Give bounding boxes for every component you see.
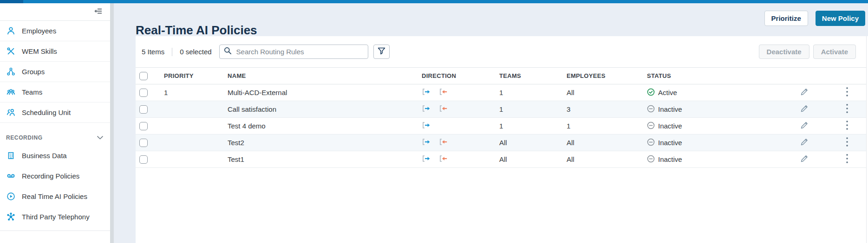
policies-card: 5 Items 0 selected Deactivate Activate P [136,36,866,243]
sidebar-item-label: Groups [22,68,45,76]
status-label: Inactive [658,155,682,163]
column-header-teams: TEAMS [499,72,567,79]
edit-policy-button[interactable] [781,87,828,98]
activate-button[interactable]: Activate [813,45,856,59]
edit-policy-button[interactable] [781,104,828,115]
pencil-icon [800,121,809,131]
main-scrollbar-track[interactable] [866,36,868,243]
row-menu-button[interactable] [828,120,866,132]
search-box[interactable] [219,45,368,59]
sidebar-item-third-party-telephony[interactable]: Third Party Telephony [0,206,110,227]
table-header-row: PRIORITY NAME DIRECTION TEAMS EMPLOYEES … [136,67,866,84]
status-cell: Inactive [647,155,781,164]
row-menu-button[interactable] [828,153,866,165]
sidebar-scrollbar[interactable] [110,3,114,243]
sidebar-bottom-divider [0,230,110,231]
top-brand-bar-accent [0,0,23,3]
page-title: Real-Time AI Policies [136,23,257,38]
table-row[interactable]: Test 4 demo 1 1 Inactive [136,118,866,134]
status-inactive-icon [647,138,655,147]
chevron-down-icon[interactable] [97,134,103,141]
kebab-menu-icon [846,103,848,115]
sidebar-item-label: Third Party Telephony [22,213,90,221]
table-row[interactable]: Test1 All All Inactive [136,151,866,168]
row-checkbox[interactable] [139,155,148,164]
main-content: Real-Time AI Policies Prioritize New Pol… [114,3,868,243]
search-input[interactable] [235,47,364,56]
search-icon [224,47,232,57]
sidebar-item-employees[interactable]: Employees [0,21,110,41]
voicemail-icon [6,172,15,180]
kebab-menu-icon [846,137,848,148]
selected-count: 0 selected [180,48,211,56]
status-label: Inactive [658,139,682,147]
row-checkbox[interactable] [139,122,148,130]
sidebar-item-teams[interactable]: Teams [0,82,110,102]
row-menu-button[interactable] [828,137,866,148]
row-checkbox[interactable] [139,105,148,114]
people-group-icon [6,88,15,96]
funnel-icon [378,47,385,56]
employees-cell: 1 [567,122,647,130]
row-checkbox[interactable] [139,139,148,147]
row-menu-button[interactable] [828,87,866,98]
outbound-direction-icon [422,155,431,164]
status-inactive-icon [647,122,655,131]
pencil-icon [800,154,809,165]
table-row[interactable]: Test2 All All Inactive [136,134,866,151]
sidebar-item-label: Recording Policies [22,172,79,180]
status-cell: Inactive [647,105,781,114]
tools-icon [6,47,15,56]
sidebar-section-recording[interactable]: RECORDING [0,130,110,145]
pencil-icon [800,137,809,148]
sidebar-section-gap [0,123,110,130]
edit-policy-button[interactable] [781,154,828,165]
inbound-direction-icon [439,138,448,147]
network-share-icon [6,212,15,221]
select-all-checkbox[interactable] [139,72,148,80]
column-header-direction: DIRECTION [422,72,499,79]
status-cell: Active [647,88,781,97]
toolbar-divider [172,48,172,56]
filter-button[interactable] [373,45,390,59]
status-label: Inactive [658,105,682,113]
table-row[interactable]: 1 Multi-ACD-External 1 All Active [136,84,866,101]
sidebar-item-label: Real Time AI Policies [22,192,87,200]
deactivate-button[interactable]: Deactivate [759,45,809,59]
top-brand-bar [0,0,868,3]
sidebar-item-scheduling-unit[interactable]: Scheduling Unit [0,102,110,123]
employees-cell: All [567,155,647,163]
teams-cell: 1 [499,105,567,113]
employees-cell: 3 [567,105,647,113]
prioritize-button[interactable]: Prioritize [764,11,808,26]
policy-name-cell: Test 4 demo [228,122,422,130]
new-policy-button[interactable]: New Policy [816,11,865,26]
edit-policy-button[interactable] [781,121,828,131]
direction-cell [422,105,499,114]
table-row[interactable]: Call satisfaction 1 3 Inactive [136,101,866,118]
outbound-direction-icon [422,88,431,97]
sidebar-item-groups[interactable]: Groups [0,62,110,82]
collapse-sidebar-icon[interactable] [93,7,104,17]
status-inactive-icon [647,105,655,114]
inbound-direction-icon [439,155,448,164]
sidebar-header [0,3,110,21]
status-label: Inactive [658,122,682,130]
person-icon [6,26,15,35]
column-header-name: NAME [228,72,422,79]
policy-name-cell: Call satisfaction [228,105,422,113]
sidebar-item-real-time-ai-policies[interactable]: Real Time AI Policies [0,186,110,206]
row-menu-button[interactable] [828,103,866,115]
pencil-icon [800,87,809,98]
sidebar-item-wem-skills[interactable]: WEM Skills [0,41,110,62]
column-header-employees: EMPLOYEES [567,72,647,79]
sidebar: Employees WEM Skills Groups Teams Schedu… [0,3,110,243]
policy-name-cell: Test2 [228,139,422,147]
status-label: Active [658,89,677,96]
row-checkbox[interactable] [139,89,148,97]
building-icon [6,151,15,160]
sidebar-item-business-data[interactable]: Business Data [0,145,110,166]
edit-policy-button[interactable] [781,137,828,148]
sidebar-item-recording-policies[interactable]: Recording Policies [0,166,110,186]
status-active-icon [647,88,655,97]
